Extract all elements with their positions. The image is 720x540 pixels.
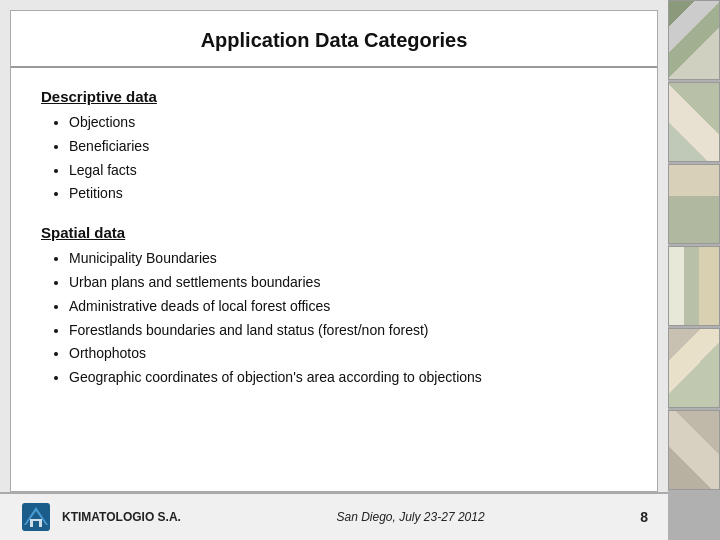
list-item: Urban plans and settlements boundaries xyxy=(69,271,627,295)
slide-area: Application Data Categories Descriptive … xyxy=(0,0,668,540)
thumbnail-4[interactable] xyxy=(668,246,720,326)
slide-header: Application Data Categories xyxy=(11,11,657,68)
slide-title: Application Data Categories xyxy=(201,29,468,51)
spatial-list: Municipality Boundaries Urban plans and … xyxy=(41,247,627,390)
spatial-section-title: Spatial data xyxy=(41,224,627,241)
svg-rect-4 xyxy=(33,521,39,527)
list-item: Administrative deads of local forest off… xyxy=(69,295,627,319)
footer-left: KTIMATOLOGIO S.A. xyxy=(20,501,181,533)
descriptive-list: Objections Beneficiaries Legal facts Pet… xyxy=(41,111,627,206)
list-item: Forestlands boundaries and land status (… xyxy=(69,319,627,343)
list-item: Orthophotos xyxy=(69,342,627,366)
footer-bar: KTIMATOLOGIO S.A. San Diego, July 23-27 … xyxy=(0,492,668,540)
list-item: Objections xyxy=(69,111,627,135)
slide-content: Application Data Categories Descriptive … xyxy=(10,10,658,492)
company-name: KTIMATOLOGIO S.A. xyxy=(62,510,181,524)
thumbnail-1[interactable] xyxy=(668,0,720,80)
main-container: Application Data Categories Descriptive … xyxy=(0,0,720,540)
thumbnail-6[interactable] xyxy=(668,410,720,490)
list-item: Geographic coordinates of objection's ar… xyxy=(69,366,627,390)
thumbnail-2[interactable] xyxy=(668,82,720,162)
list-item: Petitions xyxy=(69,182,627,206)
thumbnails-panel xyxy=(668,0,720,540)
slide-body: Descriptive data Objections Beneficiarie… xyxy=(11,68,657,491)
list-item: Beneficiaries xyxy=(69,135,627,159)
footer-date: San Diego, July 23-27 2012 xyxy=(336,510,484,524)
thumbnail-5[interactable] xyxy=(668,328,720,408)
footer-page-number: 8 xyxy=(640,509,648,525)
descriptive-section-title: Descriptive data xyxy=(41,88,627,105)
list-item: Municipality Boundaries xyxy=(69,247,627,271)
thumbnail-3[interactable] xyxy=(668,164,720,244)
company-logo xyxy=(20,501,52,533)
list-item: Legal facts xyxy=(69,159,627,183)
